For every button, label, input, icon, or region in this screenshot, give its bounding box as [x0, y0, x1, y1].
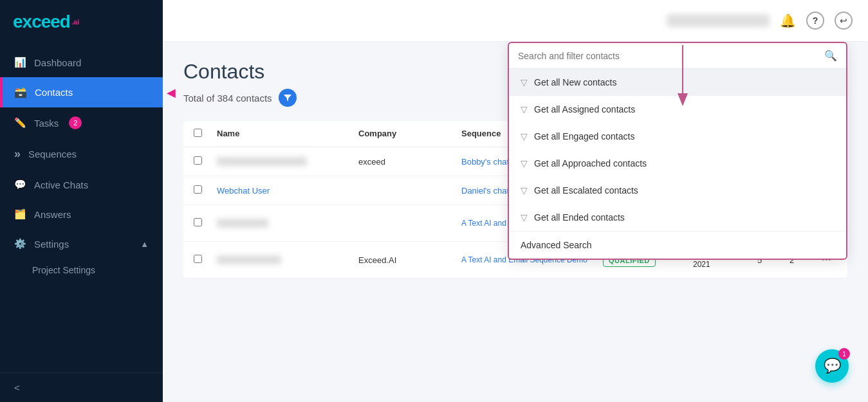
- sidebar-collapse-label: <: [14, 382, 20, 393]
- sidebar-item-settings[interactable]: ⚙️ Settings ▲: [0, 229, 163, 259]
- col-company: Company: [358, 129, 461, 139]
- active-chats-icon: 💬: [14, 179, 26, 190]
- filter-assigned-contacts[interactable]: ▽ Get all Assigned contacts: [509, 96, 846, 123]
- chat-fab-button[interactable]: 💬 1: [815, 349, 849, 383]
- sidebar-item-label: Dashboard: [34, 57, 81, 68]
- sidebar-item-contacts[interactable]: 🗃️ Contacts ◀: [0, 77, 163, 107]
- profile-icon[interactable]: ↩: [835, 12, 853, 30]
- filter-new-contacts[interactable]: ▽ Get all New contacts: [509, 69, 846, 96]
- logo-text: exceed: [13, 12, 70, 32]
- tasks-badge: 2: [69, 116, 82, 129]
- sidebar-item-label: Tasks: [34, 118, 59, 129]
- settings-icon: ⚙️: [14, 238, 26, 250]
- sidebar-collapse-button[interactable]: <: [0, 372, 163, 402]
- notification-icon[interactable]: 🔔: [780, 13, 796, 28]
- sequences-icon: »: [14, 147, 21, 161]
- row4-company: Exceed.AI: [358, 255, 461, 265]
- row1-name: [217, 157, 358, 166]
- active-indicator: [0, 77, 3, 107]
- filter-funnel-icon: ▽: [521, 131, 528, 142]
- logo: exceed.ai: [0, 0, 163, 42]
- user-name-blurred: [667, 14, 770, 27]
- filter-engaged-contacts[interactable]: ▽ Get all Engaged contacts: [509, 123, 846, 150]
- chat-fab-badge: 1: [838, 348, 850, 360]
- sidebar-nav: 📊 Dashboard 🗃️ Contacts ◀ ✏️ Tasks 2 » S…: [0, 42, 163, 372]
- filter-ended-label: Get all Ended contacts: [534, 212, 625, 223]
- row4-checkbox[interactable]: [194, 255, 217, 265]
- row2-checkbox[interactable]: [194, 185, 217, 196]
- tasks-icon: ✏️: [14, 117, 26, 129]
- sidebar-item-label: Settings: [34, 239, 69, 250]
- chat-bubble-icon: 💬: [824, 358, 841, 374]
- filter-new-label: Get all New contacts: [534, 77, 616, 87]
- row1-checkbox[interactable]: [194, 156, 217, 167]
- sidebar-item-project-settings[interactable]: Project Settings: [0, 259, 163, 282]
- row4-name: [217, 255, 358, 264]
- filter-funnel-icon: ▽: [521, 212, 528, 223]
- search-filter-dropdown: 🔍 ▽ Get all New contacts ▽ Get all Assig…: [508, 42, 847, 260]
- filter-funnel-icon: ▽: [521, 104, 528, 114]
- contacts-icon: 🗃️: [14, 86, 27, 98]
- filter-engaged-label: Get all Engaged contacts: [534, 131, 634, 142]
- settings-chevron-icon: ▲: [140, 239, 149, 249]
- header: 🔔 ? ↩: [163, 0, 868, 42]
- logo-ai: .ai: [71, 18, 79, 26]
- contacts-count: Total of 384 contacts: [183, 93, 272, 104]
- sidebar-item-label: Contacts: [35, 87, 73, 98]
- sidebar-item-label: Sequences: [28, 149, 77, 160]
- select-all-checkbox[interactable]: [194, 129, 202, 137]
- filter-button[interactable]: [279, 89, 297, 107]
- filter-approached-label: Get all Approached contacts: [534, 158, 647, 169]
- col-checkbox: [194, 129, 217, 139]
- filter-approached-contacts[interactable]: ▽ Get all Approached contacts: [509, 150, 846, 177]
- sidebar-item-label: Active Chats: [34, 179, 88, 190]
- sidebar-item-tasks[interactable]: ✏️ Tasks 2: [0, 107, 163, 138]
- sidebar-item-label: Answers: [34, 209, 71, 220]
- sidebar-item-active-chats[interactable]: 💬 Active Chats: [0, 170, 163, 199]
- filter-escalated-label: Get all Escalated contacts: [534, 185, 638, 196]
- search-icon: 🔍: [824, 50, 837, 62]
- advanced-search-label: Advanced Search: [521, 240, 592, 250]
- search-input-wrapper: 🔍: [509, 43, 846, 69]
- help-icon[interactable]: ?: [806, 12, 824, 30]
- filter-escalated-contacts[interactable]: ▽ Get all Escalated contacts: [509, 177, 846, 204]
- row3-checkbox[interactable]: [194, 218, 217, 228]
- sidebar-item-sequences[interactable]: » Sequences: [0, 138, 163, 170]
- main-content: 🔔 ? ↩ Contacts Total of 384 contacts: [163, 0, 868, 402]
- advanced-search-button[interactable]: Advanced Search: [509, 232, 846, 259]
- row2-name[interactable]: Webchat User: [217, 186, 358, 196]
- sidebar-item-answers[interactable]: 🗂️ Answers: [0, 199, 163, 229]
- answers-icon: 🗂️: [14, 208, 26, 220]
- filter-funnel-icon: ▽: [521, 77, 528, 87]
- filter-assigned-label: Get all Assigned contacts: [534, 104, 635, 114]
- page-content: Contacts Total of 384 contacts Name Comp…: [163, 42, 868, 402]
- sidebar-item-dashboard[interactable]: 📊 Dashboard: [0, 48, 163, 77]
- dashboard-icon: 📊: [14, 57, 26, 68]
- row1-company: exceed: [358, 157, 461, 167]
- project-settings-label: Project Settings: [32, 265, 95, 275]
- search-input[interactable]: [518, 51, 824, 61]
- filter-funnel-icon: ▽: [521, 185, 528, 196]
- sidebar: exceed.ai 📊 Dashboard 🗃️ Contacts ◀ ✏️ T…: [0, 0, 163, 402]
- col-name: Name: [217, 129, 358, 139]
- filter-ended-contacts[interactable]: ▽ Get all Ended contacts: [509, 204, 846, 231]
- row3-name: [217, 219, 358, 228]
- filter-funnel-icon: ▽: [521, 158, 528, 169]
